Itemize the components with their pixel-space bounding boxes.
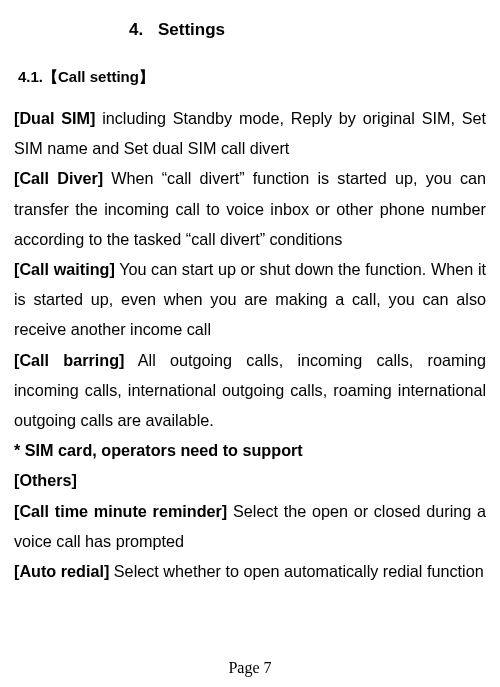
body-text: [Dual SIM] including Standby mode, Reply… bbox=[14, 103, 486, 586]
others-label: [Others] bbox=[14, 471, 77, 489]
minute-reminder-label: [Call time minute reminder] bbox=[14, 502, 227, 520]
chapter-title-text: Settings bbox=[158, 20, 225, 39]
call-waiting-label: [Call waiting] bbox=[14, 260, 115, 278]
auto-redial-label: [Auto redial] bbox=[14, 562, 109, 580]
page-footer: Page 7 bbox=[0, 659, 500, 677]
chapter-heading: 4. Settings bbox=[129, 20, 486, 40]
section-number: 4.1. bbox=[18, 68, 43, 85]
page-number: Page 7 bbox=[228, 659, 271, 676]
page-container: 4. Settings 4.1.【Call setting】 [Dual SIM… bbox=[0, 0, 500, 687]
auto-redial-text: Select whether to open automatically red… bbox=[109, 562, 483, 580]
sim-note: * SIM card, operators need to support bbox=[14, 441, 303, 459]
section-bracket-open: 【 bbox=[43, 68, 58, 85]
section-bracket-close: 】 bbox=[139, 68, 154, 85]
dual-sim-label: [Dual SIM] bbox=[14, 109, 95, 127]
call-diver-label: [Call Diver] bbox=[14, 169, 103, 187]
section-heading: 4.1.【Call setting】 bbox=[18, 68, 486, 87]
call-barring-label: [Call barring] bbox=[14, 351, 124, 369]
section-title-text: Call setting bbox=[58, 68, 139, 85]
chapter-number: 4. bbox=[129, 20, 143, 39]
